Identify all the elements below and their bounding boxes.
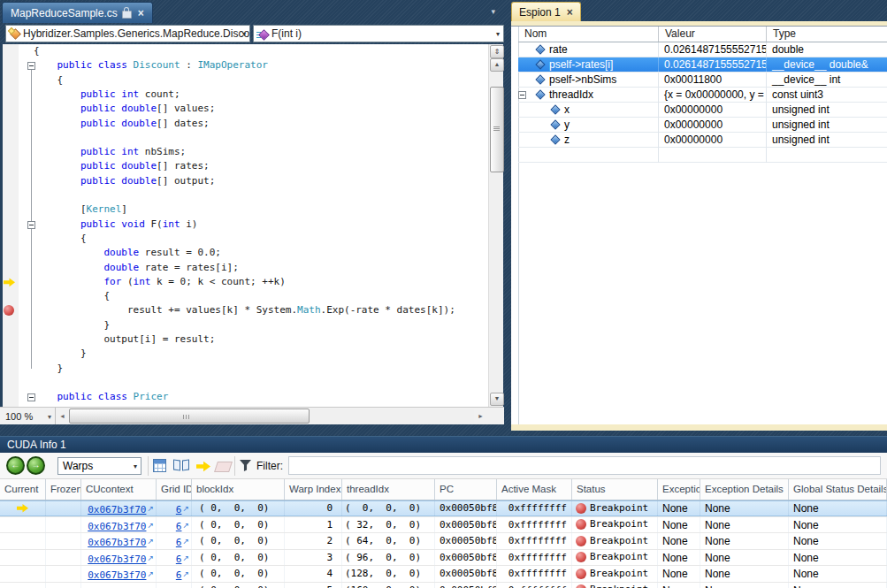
code-line[interactable]: result += values[k] * System.Math.Exp(-r… (34, 303, 455, 317)
watch-row[interactable]: y0x00000000unsigned int (518, 118, 887, 133)
code-line[interactable]: { (34, 44, 40, 58)
warp-row[interactable]: 0x067b3f70↗6↗( 0, 0, 0)4(128, 0, 0)0x000… (0, 566, 887, 583)
close-icon[interactable]: × (138, 7, 144, 19)
column-header-valeur[interactable]: Valeur (659, 27, 767, 42)
column-header-pc[interactable]: PC (435, 479, 497, 500)
column-header-current[interactable]: Current (0, 479, 46, 500)
zoom-selector[interactable]: 100 % ▾ (0, 408, 56, 424)
scroll-right-button[interactable]: ► (475, 409, 486, 424)
code-line[interactable]: } (34, 362, 63, 376)
column-header-blockidx[interactable]: blockIdx (192, 479, 285, 500)
code-line[interactable]: double rate = rates[i]; (34, 261, 239, 275)
watch-row[interactable]: rate0.0261487155552715double (518, 42, 887, 57)
warp-row[interactable]: 0x067b3f70↗6↗( 0, 0, 0)3( 96, 0, 0)0x000… (0, 550, 887, 567)
goto-icon[interactable]: ↗ (147, 554, 154, 562)
code-line[interactable]: public int nbSims; (34, 145, 186, 159)
go-to-current-icon[interactable] (196, 461, 210, 472)
code-line[interactable]: public double[] output; (34, 174, 215, 188)
grid_id-link[interactable]: 6 (176, 521, 182, 532)
cucontext-link[interactable]: 0x067b3f70 (88, 521, 146, 532)
code-line[interactable]: } (34, 347, 87, 361)
cucontext-link[interactable]: 0x067b3f70 (88, 537, 146, 548)
navigate-forward-button[interactable]: → (27, 456, 45, 475)
code-line[interactable]: public void F(int i) (34, 218, 197, 232)
type-dropdown[interactable]: Hybridizer.Samples.Generics.MapReduce.Di… (5, 25, 250, 42)
outline-collapse-icon[interactable] (27, 393, 35, 401)
collapse-icon[interactable] (518, 91, 526, 99)
goto-icon[interactable]: ↗ (182, 554, 189, 562)
breakpoint-gutter[interactable] (3, 44, 19, 408)
warp-row[interactable]: 0x067b3f70↗6↗( 0, 0, 0)2( 64, 0, 0)0x000… (0, 533, 887, 550)
chevron-down-icon[interactable]: ▾ (242, 30, 246, 38)
horizontal-scrollbar[interactable] (69, 409, 474, 424)
split-window-handle[interactable]: ⇕ (490, 45, 504, 58)
filter-input[interactable] (288, 456, 881, 475)
code-line[interactable]: { (34, 73, 63, 88)
scrollbar-thumb[interactable] (69, 409, 310, 424)
navigate-back-button[interactable]: ← (6, 456, 25, 475)
code-line[interactable]: { (34, 289, 110, 303)
watch-empty-row[interactable] (518, 148, 887, 163)
watch-row[interactable]: x0x00000000unsigned int (518, 103, 887, 118)
column-header-type[interactable]: Type (767, 27, 887, 42)
column-header-threadidx[interactable]: threadIdx (342, 479, 435, 500)
code-line[interactable]: output[i] = result; (34, 332, 215, 347)
code-line[interactable]: double result = 0.0; (34, 246, 221, 260)
tab-list-chevron-down-icon[interactable]: ▾ (491, 7, 495, 16)
warp-row[interactable]: 0x067b3f70↗6↗( 0, 0, 0)0( 0, 0, 0)0x0005… (0, 500, 887, 517)
outline-collapse-icon[interactable] (27, 221, 35, 229)
column-header-nom[interactable]: Nom (518, 27, 659, 42)
cucontext-link[interactable]: 0x067b3f70 (88, 554, 146, 565)
goto-icon[interactable]: ↗ (182, 537, 189, 546)
warp-row[interactable]: 0x067b3f70↗6↗( 0, 0, 0)5(160, 0, 0)0x000… (0, 583, 887, 588)
tab-mapreducesample[interactable]: MapReduceSample.cs × (2, 2, 153, 23)
goto-icon[interactable]: ↗ (147, 569, 154, 578)
grid_id-link[interactable]: 6 (176, 569, 182, 581)
editor-vertical-scrollbar[interactable]: ⇕ ▲ ▼ (488, 44, 503, 407)
grid_id-link[interactable]: 6 (176, 554, 182, 565)
watch-row[interactable]: pself->nbSims0x00011800__device__ int (518, 73, 887, 88)
book-view-icon[interactable] (173, 460, 189, 471)
code-line[interactable]: for (int k = 0; k < count; ++k) (34, 275, 286, 289)
column-header-status[interactable]: Status (572, 479, 658, 500)
scroll-up-button[interactable]: ▲ (490, 58, 504, 72)
close-icon[interactable]: × (567, 6, 573, 19)
column-header-exception[interactable]: Exception (658, 479, 700, 500)
chevron-down-icon[interactable]: ▾ (496, 30, 500, 38)
watch-row[interactable]: pself->rates[i]0.0261487155552715__devic… (518, 57, 887, 73)
code-line[interactable]: public double[] rates; (34, 159, 210, 173)
code-editor[interactable]: { public class Discount : IMapOperator {… (0, 44, 488, 408)
goto-icon[interactable]: ↗ (147, 537, 154, 546)
outline-collapse-icon[interactable] (27, 62, 35, 70)
goto-icon[interactable]: ↗ (147, 521, 154, 530)
cucontext-link[interactable]: 0x067b3f70 (88, 569, 146, 581)
code-line[interactable]: } (34, 318, 110, 332)
column-header-active_mask[interactable]: Active Mask (497, 479, 572, 500)
cucontext-link[interactable]: 0x067b3f70 (88, 504, 146, 515)
member-dropdown[interactable]: F(int i) ▾ (253, 25, 504, 42)
scrollbar-thumb[interactable] (490, 87, 504, 172)
clear-filter-icon[interactable] (214, 462, 233, 472)
goto-icon[interactable]: ↗ (182, 569, 189, 578)
grid_id-link[interactable]: 6 (176, 504, 182, 515)
goto-icon[interactable]: ↗ (147, 504, 154, 513)
watch-row[interactable]: threadIdx{x = 0x00000000, y = 0xconst ui… (518, 88, 887, 103)
grid-view-icon[interactable] (153, 459, 166, 472)
code-line[interactable]: [Kernel] (34, 202, 127, 217)
view-selector-dropdown[interactable]: Warps ▾ (57, 457, 141, 475)
scroll-down-button[interactable]: ▼ (490, 393, 504, 406)
warp-row[interactable]: 0x067b3f70↗6↗( 0, 0, 0)1( 32, 0, 0)0x000… (0, 517, 887, 534)
column-header-warp_index[interactable]: Warp Index (285, 479, 342, 500)
goto-icon[interactable]: ↗ (182, 521, 189, 530)
code-line[interactable]: public class Pricer (34, 390, 168, 404)
watch-row[interactable]: z0x00000000unsigned int (518, 133, 887, 148)
tab-espion-1[interactable]: Espion 1 × (511, 2, 581, 21)
column-header-grid_id[interactable]: Grid ID (157, 479, 192, 500)
grid_id-link[interactable]: 6 (176, 537, 182, 548)
column-header-cucontext[interactable]: CUcontext (81, 479, 157, 500)
column-header-exception_details[interactable]: Exception Details (700, 479, 789, 500)
code-line[interactable]: { (34, 232, 87, 246)
scroll-left-button[interactable]: ◄ (57, 409, 68, 424)
code-line[interactable]: public class Discount : IMapOperator (34, 58, 268, 73)
code-line[interactable]: public double[] dates; (34, 117, 210, 131)
